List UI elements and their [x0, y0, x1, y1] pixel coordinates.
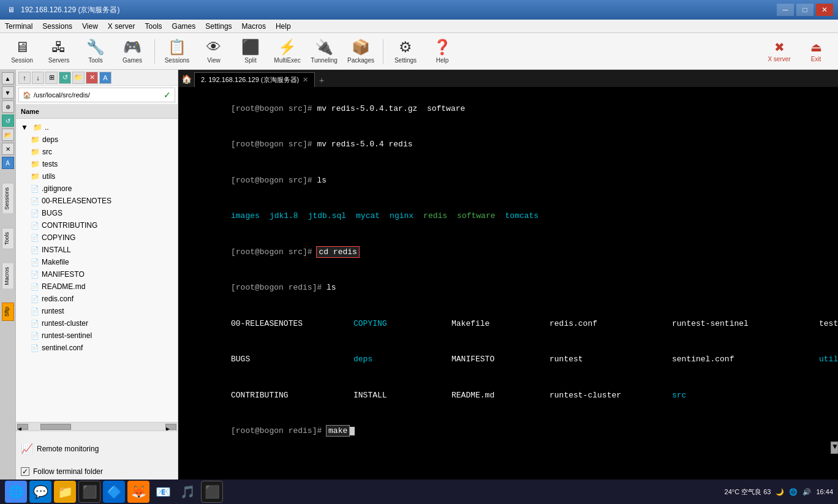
taskbar-email[interactable]: 📧: [152, 481, 174, 503]
content-area: ▲ ▼ ⊕ ↺ 📂 ✕ A Sessions Tools Macros Sftp…: [0, 70, 838, 480]
tree-item-runtest-sentinel[interactable]: 📄 runtest-sentinel: [16, 329, 178, 342]
taskbar-moon-icon: 🌙: [776, 488, 784, 496]
tree-item-redisconf[interactable]: 📄 redis.conf: [16, 293, 178, 305]
folder-icon-utils: 📁: [31, 172, 40, 181]
ft-filter-icon[interactable]: ⊞: [45, 72, 58, 84]
tree-item-copying[interactable]: 📄 COPYING: [16, 231, 178, 244]
tab-scroll-right[interactable]: ▸: [836, 72, 838, 87]
tree-item-runtest-cluster[interactable]: 📄 runtest-cluster: [16, 317, 178, 329]
menu-xserver[interactable]: X server: [103, 21, 140, 32]
follow-folder-btn[interactable]: ✓ Follow terminal folder: [21, 467, 103, 476]
tree-item-dotdot[interactable]: ▼ 📁 ..: [16, 121, 178, 134]
minimize-button[interactable]: ─: [777, 4, 794, 16]
taskbar-ide[interactable]: 🔷: [103, 481, 125, 503]
refresh-icon[interactable]: ↺: [2, 115, 14, 127]
toolbar-multiexec[interactable]: ⚡ MultiExec: [270, 36, 304, 67]
filter-icon[interactable]: ⊕: [2, 100, 14, 113]
taskbar-browser[interactable]: 🦊: [127, 481, 149, 503]
toolbar-servers[interactable]: 🖧 Servers: [42, 36, 76, 67]
taskbar-files[interactable]: 📁: [54, 481, 76, 503]
tree-item-contributing[interactable]: 📄 CONTRIBUTING: [16, 219, 178, 231]
scroll-left-btn[interactable]: ◂: [17, 424, 28, 430]
menu-sessions[interactable]: Sessions: [37, 21, 77, 32]
ls-images: images: [231, 211, 260, 220]
prompt-5: [root@bogon src]#: [231, 247, 317, 257]
close-button[interactable]: ✕: [816, 4, 833, 16]
tree-item-gitignore[interactable]: 📄 .gitignore: [16, 182, 178, 195]
scroll-thumb[interactable]: [40, 424, 71, 430]
toolbar-packages[interactable]: 📦 Packages: [344, 36, 378, 67]
delete-icon[interactable]: ✕: [2, 143, 14, 155]
tree-item-runtest[interactable]: 📄 runtest: [16, 305, 178, 317]
tab-home[interactable]: 🏠: [178, 71, 194, 87]
sidebar-scrollbar[interactable]: ◂ ▸: [16, 422, 178, 431]
tree-item-install[interactable]: 📄 INSTALL: [16, 244, 178, 256]
tree-item-bugs[interactable]: 📄 BUGS: [16, 207, 178, 219]
tree-item-sentinel-conf[interactable]: 📄 sentinel.conf: [16, 342, 178, 354]
menu-macros[interactable]: Macros: [237, 21, 271, 32]
folder-open-icon[interactable]: 📂: [2, 129, 14, 141]
tree-item-readme[interactable]: 📄 README.md: [16, 280, 178, 293]
tab-session-active[interactable]: 2. 192.168.126.129 (京淘服务器) ✕: [194, 72, 315, 87]
macros-tab[interactable]: Macros: [2, 263, 14, 290]
toolbar-xserver[interactable]: ✖ X server: [762, 36, 796, 67]
tab-close-icon[interactable]: ✕: [303, 76, 308, 84]
file-tree-toolbar: ↑ ↓ ⊞ ↺ 📁 ✕ A: [16, 70, 178, 86]
maximize-button[interactable]: □: [796, 4, 813, 16]
toolbar-sessions[interactable]: 📋 Sessions: [160, 36, 194, 67]
toolbar-settings[interactable]: ⚙ Settings: [388, 36, 423, 67]
taskbar-media[interactable]: 🎵: [176, 481, 198, 503]
follow-folder-checkbox[interactable]: ✓: [21, 467, 29, 476]
file-icon-makefile: 📄: [31, 258, 39, 266]
menu-settings[interactable]: Settings: [200, 21, 236, 32]
up-icon[interactable]: ▲: [2, 72, 14, 85]
toolbar-tunneling[interactable]: 🔌 Tunneling: [307, 36, 341, 67]
ls-col6-row1: tests: [819, 319, 838, 328]
tools-tab[interactable]: Tools: [2, 228, 14, 249]
tab-add-button[interactable]: +: [315, 73, 328, 87]
menu-help[interactable]: Help: [271, 21, 296, 32]
ft-newfolder-icon[interactable]: 📁: [72, 72, 85, 84]
taskbar-chrome[interactable]: 🌐: [5, 481, 27, 503]
toolbar-split[interactable]: ⬛ Split: [233, 36, 268, 67]
tree-item-makefile[interactable]: 📄 Makefile: [16, 256, 178, 268]
text-icon[interactable]: A: [2, 157, 14, 169]
taskbar-chat[interactable]: 💬: [29, 481, 51, 503]
toolbar-session[interactable]: 🖥 Session: [5, 36, 39, 67]
menu-games[interactable]: Games: [167, 21, 201, 32]
servers-icon: 🖧: [51, 39, 66, 56]
ft-upload-icon[interactable]: ↑: [18, 72, 31, 84]
sftp-tab[interactable]: Sftp: [2, 303, 14, 321]
remote-monitoring-btn[interactable]: 📈 Remote monitoring: [21, 435, 99, 462]
tree-item-releasenotes[interactable]: 📄 00-RELEASENOTES: [16, 195, 178, 207]
tree-item-manifesto[interactable]: 📄 MANIFESTO: [16, 268, 178, 280]
scrollbar-down-arrow[interactable]: ▼: [831, 442, 838, 454]
tree-item-src[interactable]: 📁 src: [16, 146, 178, 158]
tree-item-utils[interactable]: 📁 utils: [16, 170, 178, 182]
toolbar-help[interactable]: ❓ Help: [425, 36, 459, 67]
window-title: 192.168.126.129 (京淘服务器): [21, 5, 777, 15]
sessions-tab[interactable]: Sessions: [2, 183, 14, 214]
menu-terminal[interactable]: Terminal: [0, 21, 37, 32]
ft-download-icon[interactable]: ↓: [32, 72, 44, 84]
tree-item-deps[interactable]: 📁 deps: [16, 134, 178, 146]
tree-label-bugs: BUGS: [42, 209, 62, 217]
taskbar-terminal[interactable]: ⬛: [78, 481, 100, 503]
cmd-3: ls: [317, 176, 327, 185]
ft-delete-icon[interactable]: ✕: [86, 72, 98, 84]
taskbar-terminal2[interactable]: ⬛: [201, 481, 223, 503]
toolbar-exit[interactable]: ⏏ Exit: [799, 36, 833, 67]
terminal-output[interactable]: [root@bogon src]# mv redis-5.0.4.tar.gz …: [178, 87, 838, 480]
toolbar-games[interactable]: 🎮 Games: [115, 36, 149, 67]
ft-refresh-icon[interactable]: ↺: [59, 72, 71, 84]
toolbar-tools[interactable]: 🔧 Tools: [78, 36, 113, 67]
toolbar-view[interactable]: 👁 View: [197, 36, 231, 67]
ft-text-icon[interactable]: A: [99, 72, 111, 84]
taskbar: 🌐 💬 📁 ⬛ 🔷 🦊 📧 🎵 ⬛ 24°C 空气良 63 🌙 🌐 🔊 16:4…: [0, 480, 838, 504]
menu-tools[interactable]: Tools: [140, 21, 167, 32]
down-icon[interactable]: ▼: [2, 86, 14, 99]
menu-view[interactable]: View: [77, 21, 103, 32]
tree-item-tests[interactable]: 📁 tests: [16, 158, 178, 170]
tree-label-install: INSTALL: [42, 246, 71, 254]
scroll-right-btn[interactable]: ▸: [165, 424, 176, 430]
